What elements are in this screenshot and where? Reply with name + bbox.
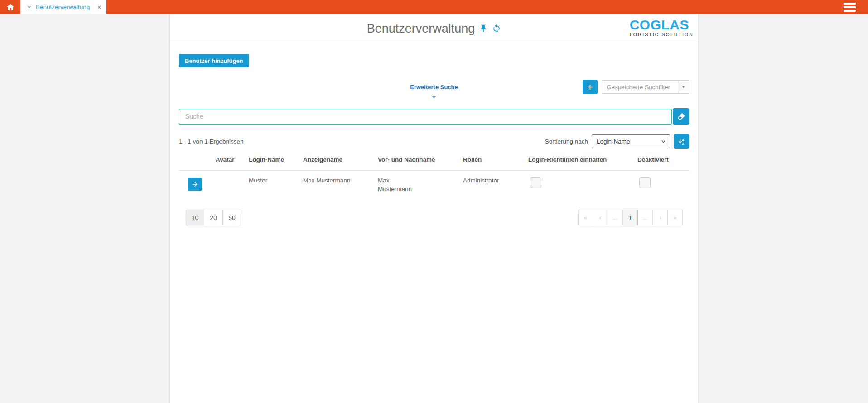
column-header-rollen: Rollen [463, 156, 528, 171]
login-policy-checkbox[interactable] [530, 177, 541, 188]
pager: « ‹ ... 1 ... › » [578, 210, 683, 225]
cell-deactivated [637, 171, 689, 201]
column-header-action [179, 156, 216, 171]
tab-close-icon[interactable] [96, 5, 102, 10]
results-row: 1 - 1 von 1 Ergebnissen Sortierung nach … [179, 134, 689, 149]
logo-wordmark: COGLAS [630, 18, 694, 31]
menu-button[interactable] [844, 0, 856, 14]
coglas-logo: COGLAS LOGISTIC SOLUTION [630, 18, 694, 37]
page-size-selector: 10 20 50 [186, 210, 241, 225]
table-row: Muster Max Mustermann Max Mustermann Adm… [179, 171, 689, 201]
users-table: Avatar Login-Name Anzeigename Vor- und N… [179, 156, 689, 201]
card-body: Benutzer hinzufügen Erweiterte Suche Ges… [170, 43, 698, 225]
svg-text:A: A [682, 138, 684, 142]
cell-login-name: Muster [249, 171, 303, 201]
page-title: Benutzerverwaltung [367, 22, 475, 36]
cell-display-name: Max Mustermann [303, 171, 378, 201]
page-1-button[interactable]: 1 [623, 210, 638, 225]
previous-page-button[interactable]: ‹ [593, 210, 608, 225]
last-page-button[interactable]: » [668, 210, 683, 225]
cell-login-policy [528, 171, 637, 201]
sort-direction-button[interactable]: A Z [674, 134, 689, 149]
home-icon [6, 3, 15, 12]
open-user-button[interactable] [188, 178, 202, 191]
page-size-10-button[interactable]: 10 [186, 210, 204, 225]
plus-icon [586, 83, 594, 91]
sort-label: Sortierung nach [545, 138, 588, 145]
search-input[interactable] [179, 109, 672, 125]
saved-filters-controls: Gespeicherte Suchfilter ▼ [583, 80, 689, 94]
cell-avatar [216, 171, 249, 201]
refresh-icon[interactable] [492, 24, 501, 33]
table-header-row: Avatar Login-Name Anzeigename Vor- und N… [179, 156, 689, 171]
arrow-right-icon [191, 181, 198, 188]
advanced-search-chevron-icon[interactable] [430, 93, 438, 101]
pin-icon[interactable] [479, 24, 488, 33]
page-size-50-button[interactable]: 50 [223, 210, 241, 225]
hamburger-icon [844, 3, 856, 5]
cell-full-name: Max Mustermann [378, 171, 463, 201]
cell-roles: Administrator [463, 171, 528, 201]
advanced-search-link[interactable]: Erweiterte Suche [410, 84, 458, 91]
select-dropdown-arrow-icon[interactable]: ▼ [678, 81, 689, 93]
home-button[interactable] [0, 0, 20, 14]
tab-label: Benutzerverwaltung [36, 4, 93, 10]
page-size-20-button[interactable]: 20 [204, 210, 223, 225]
search-area: Erweiterte Suche Gespeicherte Suchfilter… [179, 80, 689, 125]
add-user-button[interactable]: Benutzer hinzufügen [179, 54, 249, 67]
content-card: Benutzerverwaltung COGLAS LOGISTIC SOLUT… [169, 14, 699, 403]
tab-chevron-down-icon[interactable] [26, 4, 33, 10]
column-header-anzeigename: Anzeigename [303, 156, 378, 171]
ellipsis-right-button[interactable]: ... [638, 210, 653, 225]
logo-tagline: LOGISTIC SOLUTION [630, 32, 694, 37]
column-header-avatar: Avatar [216, 156, 249, 171]
column-header-login-richtlinien: Login-Richtlinien einhalten [528, 156, 637, 171]
column-header-login-name: Login-Name [249, 156, 303, 171]
add-filter-button[interactable] [583, 80, 598, 94]
sort-field-value: Login-Name [597, 138, 630, 145]
deactivated-checkbox[interactable] [639, 177, 651, 188]
svg-text:Z: Z [682, 142, 684, 145]
eraser-icon [677, 112, 685, 121]
column-header-vor-und-nachname: Vor- und Nachname [378, 156, 463, 171]
column-header-deaktiviert: Deaktiviert [637, 156, 689, 171]
sort-field-select[interactable]: Login-Name [592, 134, 670, 148]
card-header: Benutzerverwaltung COGLAS LOGISTIC SOLUT… [170, 14, 698, 43]
pagination-row: 10 20 50 « ‹ ... 1 ... › » [179, 210, 689, 225]
chevron-down-icon [660, 138, 667, 145]
sort-alpha-icon: A Z [677, 137, 686, 146]
results-summary: 1 - 1 von 1 Ergebnissen [179, 138, 244, 145]
clear-search-button[interactable] [673, 108, 689, 125]
sort-controls: Sortierung nach Login-Name A Z [545, 134, 689, 149]
topbar: Benutzerverwaltung [0, 0, 868, 14]
first-page-button[interactable]: « [578, 210, 593, 225]
saved-filters-placeholder: Gespeicherte Suchfilter [602, 81, 678, 93]
saved-filters-select[interactable]: Gespeicherte Suchfilter ▼ [602, 80, 689, 94]
ellipsis-left-button[interactable]: ... [608, 210, 623, 225]
tab-benutzerverwaltung[interactable]: Benutzerverwaltung [20, 0, 106, 14]
next-page-button[interactable]: › [653, 210, 668, 225]
